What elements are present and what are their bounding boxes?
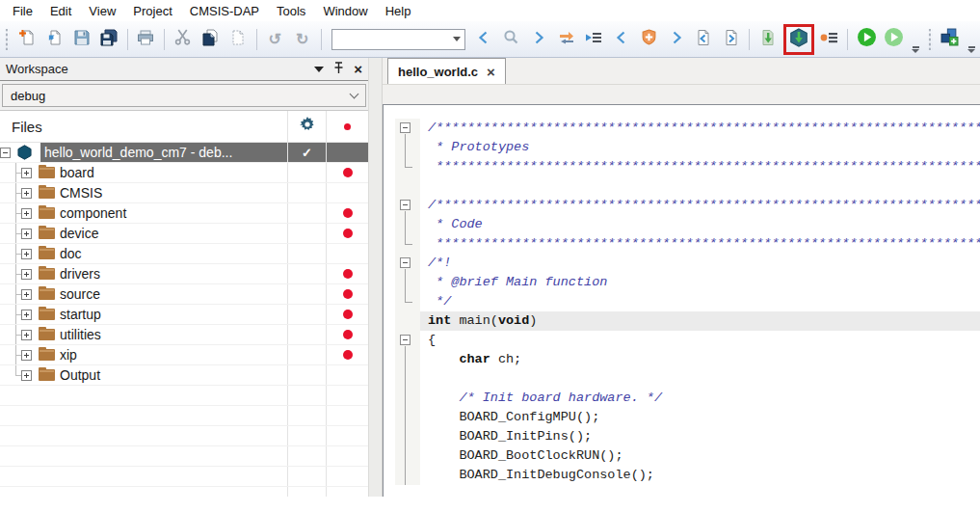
undo-button[interactable]: ↺ <box>263 27 287 52</box>
code-line[interactable]: BOARD_ConfigMPU(); <box>395 408 980 427</box>
fold-gutter[interactable] <box>395 292 420 311</box>
make-with-add-button[interactable] <box>637 27 661 52</box>
code-line[interactable]: ****************************************… <box>395 234 980 254</box>
toolbar-grip[interactable] <box>4 29 10 50</box>
panel-splitter[interactable] <box>368 58 383 497</box>
open-document-button[interactable] <box>41 27 66 52</box>
toolbar-grip[interactable] <box>927 29 933 50</box>
tree-row-cmsis[interactable]: CMSIS <box>0 183 368 203</box>
fold-gutter[interactable] <box>395 350 420 369</box>
copy-button[interactable] <box>199 27 223 52</box>
expand-icon[interactable] <box>21 269 32 280</box>
expand-icon[interactable] <box>21 168 32 178</box>
tree-row-device[interactable]: device <box>0 224 368 244</box>
tree-row-doc[interactable]: doc <box>0 244 368 264</box>
menu-project[interactable]: Project <box>124 2 180 20</box>
fold-gutter[interactable] <box>395 157 420 176</box>
expand-icon[interactable] <box>21 370 32 381</box>
code-line[interactable] <box>395 369 980 389</box>
run-button[interactable] <box>854 27 878 52</box>
menu-edit[interactable]: Edit <box>41 2 80 20</box>
expand-icon[interactable] <box>21 289 32 300</box>
redo-button[interactable]: ↻ <box>290 27 314 52</box>
code-line[interactable]: * @brief Main function <box>395 273 980 292</box>
build-config-select[interactable]: debug <box>2 84 366 107</box>
go-to-definition-button[interactable] <box>582 27 606 52</box>
fold-gutter[interactable] <box>395 466 420 485</box>
toggle-source-header-button[interactable] <box>554 27 578 52</box>
code-line[interactable]: BOARD_InitDebugConsole(); <box>395 466 980 485</box>
fold-gutter[interactable] <box>395 331 420 350</box>
settings-gear-icon[interactable] <box>300 117 315 136</box>
fold-gutter[interactable] <box>395 254 420 273</box>
panel-menu-icon[interactable] <box>314 67 324 72</box>
download-and-debug-button[interactable] <box>787 28 810 51</box>
cut-button[interactable] <box>171 27 195 52</box>
toolbar-overflow-button[interactable] <box>910 46 921 57</box>
search-combobox[interactable] <box>331 29 465 50</box>
fold-gutter[interactable] <box>395 311 420 331</box>
next-bookmark-button[interactable] <box>664 27 688 52</box>
tab-hello-world-c[interactable]: hello_world.c × <box>387 58 506 84</box>
download-button[interactable] <box>755 27 780 52</box>
code-line[interactable]: BOARD_InitPins(); <box>395 427 980 446</box>
panel-close-icon[interactable]: × <box>354 62 362 76</box>
save-button[interactable] <box>69 27 93 52</box>
code-editor[interactable]: /***************************************… <box>383 104 980 497</box>
nav-forward-button[interactable] <box>527 27 551 52</box>
menu-cmsis-dap[interactable]: CMSIS-DAP <box>181 2 268 20</box>
tree-row-startup[interactable]: startup <box>0 305 368 325</box>
code-line[interactable]: /***************************************… <box>395 119 980 138</box>
code-line[interactable]: BOARD_BootClockRUN(); <box>395 446 980 466</box>
expand-icon[interactable] <box>21 188 32 199</box>
pin-icon[interactable] <box>333 61 344 78</box>
fold-collapse-icon[interactable] <box>400 200 411 210</box>
fold-collapse-icon[interactable] <box>400 335 411 345</box>
code-line[interactable]: { <box>395 331 980 350</box>
expand-icon[interactable] <box>21 330 32 340</box>
fold-gutter[interactable] <box>395 234 420 254</box>
tree-row-project[interactable]: hello_world_demo_cm7 - deb...✓ <box>0 143 368 163</box>
code-line[interactable]: * Code <box>395 215 980 234</box>
nav-back-button[interactable] <box>472 27 496 52</box>
tree-row-source[interactable]: source <box>0 284 368 305</box>
menu-file[interactable]: File <box>4 2 41 20</box>
new-document-button[interactable] <box>14 27 39 52</box>
menu-help[interactable]: Help <box>377 2 420 20</box>
project-settings-cell[interactable]: ✓ <box>287 143 326 162</box>
expand-icon[interactable] <box>21 229 32 239</box>
run-without-debugging-button[interactable] <box>882 27 906 52</box>
fold-gutter[interactable] <box>395 176 420 196</box>
fold-collapse-icon[interactable] <box>400 257 411 268</box>
fold-gutter[interactable] <box>395 369 420 389</box>
save-all-button[interactable] <box>96 27 120 52</box>
code-line[interactable]: int main(void) <box>395 311 980 331</box>
code-line[interactable]: /***************************************… <box>395 196 980 215</box>
fold-gutter[interactable] <box>395 196 420 215</box>
breakpoint-list-button[interactable] <box>817 27 841 52</box>
next-document-button[interactable] <box>719 27 743 52</box>
code-line[interactable]: ****************************************… <box>395 157 980 176</box>
expand-icon[interactable] <box>21 208 32 219</box>
toolbar-overflow-button[interactable] <box>966 46 977 57</box>
tab-close-icon[interactable]: × <box>487 65 495 79</box>
tree-row-board[interactable]: board <box>0 163 368 183</box>
code-line[interactable] <box>395 176 980 196</box>
previous-document-button[interactable] <box>691 27 715 52</box>
fold-gutter[interactable] <box>395 119 420 138</box>
code-line[interactable]: /* Init board hardware. */ <box>395 389 980 408</box>
code-line[interactable]: /*! <box>395 254 980 273</box>
tree-row-utilities[interactable]: utilities <box>0 325 368 345</box>
collapse-icon[interactable] <box>0 148 11 158</box>
print-button[interactable] <box>134 27 158 52</box>
menu-tools[interactable]: Tools <box>268 2 314 20</box>
code-line[interactable]: char ch; <box>395 350 980 369</box>
paste-button[interactable] <box>225 27 250 52</box>
tree-row-output[interactable]: Output <box>0 365 368 386</box>
fold-gutter[interactable] <box>395 389 420 408</box>
expand-icon[interactable] <box>21 310 32 320</box>
find-button[interactable] <box>499 27 523 52</box>
menu-view[interactable]: View <box>80 2 124 20</box>
previous-bookmark-button[interactable] <box>609 27 633 52</box>
tree-row-component[interactable]: component <box>0 203 368 224</box>
